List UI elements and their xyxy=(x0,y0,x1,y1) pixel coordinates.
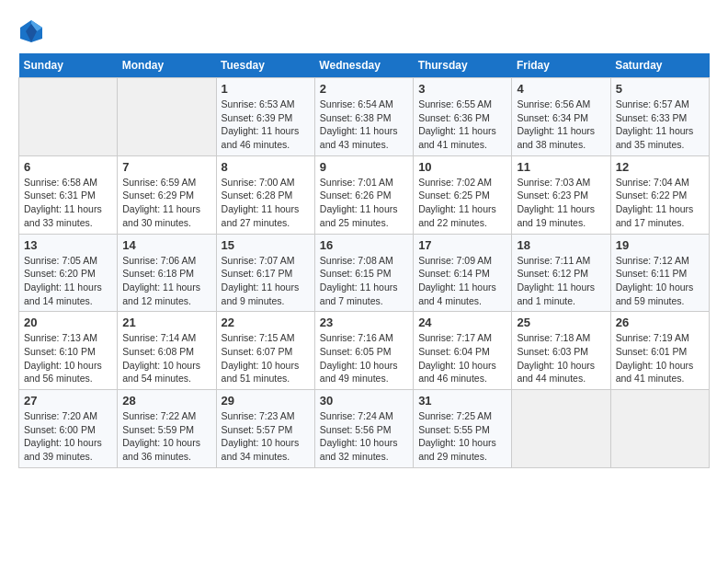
day-number: 30 xyxy=(320,394,408,408)
day-number: 22 xyxy=(222,316,310,329)
day-info: Sunrise: 7:03 AM Sunset: 6:23 PM Dayligh… xyxy=(517,176,605,230)
day-info: Sunrise: 7:22 AM Sunset: 5:59 PM Dayligh… xyxy=(122,409,210,464)
day-number: 27 xyxy=(24,394,112,408)
calendar-cell: 22Sunrise: 7:15 AM Sunset: 6:07 PM Dayli… xyxy=(216,312,314,390)
day-info: Sunrise: 7:13 AM Sunset: 6:10 PM Dayligh… xyxy=(24,331,112,385)
weekday-header: Friday xyxy=(512,53,610,78)
day-info: Sunrise: 7:12 AM Sunset: 6:11 PM Dayligh… xyxy=(616,254,704,308)
day-info: Sunrise: 7:09 AM Sunset: 6:14 PM Dayligh… xyxy=(418,254,506,308)
day-number: 5 xyxy=(616,82,704,96)
day-info: Sunrise: 7:15 AM Sunset: 6:07 PM Dayligh… xyxy=(222,331,310,385)
calendar-cell: 11Sunrise: 7:03 AM Sunset: 6:23 PM Dayli… xyxy=(512,155,610,234)
day-number: 29 xyxy=(222,394,310,408)
day-info: Sunrise: 7:02 AM Sunset: 6:25 PM Dayligh… xyxy=(418,176,506,230)
day-info: Sunrise: 6:55 AM Sunset: 6:36 PM Dayligh… xyxy=(418,98,506,152)
weekday-header: Wednesday xyxy=(314,53,413,78)
weekday-header: Monday xyxy=(118,53,216,78)
day-number: 28 xyxy=(122,394,210,408)
calendar-cell: 24Sunrise: 7:17 AM Sunset: 6:04 PM Dayli… xyxy=(414,312,512,390)
weekday-row: SundayMondayTuesdayWednesdayThursdayFrid… xyxy=(19,53,710,78)
day-number: 14 xyxy=(122,238,210,252)
day-number: 19 xyxy=(616,238,704,252)
day-info: Sunrise: 7:08 AM Sunset: 6:15 PM Dayligh… xyxy=(320,254,408,308)
calendar-cell: 19Sunrise: 7:12 AM Sunset: 6:11 PM Dayli… xyxy=(610,234,709,312)
day-number: 26 xyxy=(616,316,704,329)
day-info: Sunrise: 7:14 AM Sunset: 6:08 PM Dayligh… xyxy=(122,331,210,385)
calendar-cell: 9Sunrise: 7:01 AM Sunset: 6:26 PM Daylig… xyxy=(314,155,413,234)
calendar-cell: 5Sunrise: 6:57 AM Sunset: 6:33 PM Daylig… xyxy=(610,78,709,156)
day-number: 2 xyxy=(320,82,408,96)
calendar-week-row: 27Sunrise: 7:20 AM Sunset: 6:00 PM Dayli… xyxy=(19,390,710,468)
day-info: Sunrise: 7:23 AM Sunset: 5:57 PM Dayligh… xyxy=(222,409,310,464)
day-number: 6 xyxy=(24,160,112,174)
calendar-cell: 28Sunrise: 7:22 AM Sunset: 5:59 PM Dayli… xyxy=(118,390,216,468)
day-number: 18 xyxy=(517,238,605,252)
day-number: 7 xyxy=(122,160,210,174)
calendar-week-row: 20Sunrise: 7:13 AM Sunset: 6:10 PM Dayli… xyxy=(19,312,710,390)
calendar-cell: 1Sunrise: 6:53 AM Sunset: 6:39 PM Daylig… xyxy=(216,78,314,156)
calendar-cell: 21Sunrise: 7:14 AM Sunset: 6:08 PM Dayli… xyxy=(118,312,216,390)
day-number: 23 xyxy=(320,316,408,329)
calendar-week-row: 1Sunrise: 6:53 AM Sunset: 6:39 PM Daylig… xyxy=(19,78,710,156)
calendar-cell xyxy=(610,390,709,468)
calendar-cell: 8Sunrise: 7:00 AM Sunset: 6:28 PM Daylig… xyxy=(216,155,314,234)
day-info: Sunrise: 7:20 AM Sunset: 6:00 PM Dayligh… xyxy=(24,409,112,464)
calendar-cell: 7Sunrise: 6:59 AM Sunset: 6:29 PM Daylig… xyxy=(118,155,216,234)
day-info: Sunrise: 6:56 AM Sunset: 6:34 PM Dayligh… xyxy=(517,98,605,152)
day-number: 21 xyxy=(122,316,210,329)
calendar-cell: 4Sunrise: 6:56 AM Sunset: 6:34 PM Daylig… xyxy=(512,78,610,156)
weekday-header: Sunday xyxy=(19,53,118,78)
calendar-cell: 3Sunrise: 6:55 AM Sunset: 6:36 PM Daylig… xyxy=(414,78,512,156)
calendar-cell xyxy=(19,78,118,156)
day-info: Sunrise: 7:01 AM Sunset: 6:26 PM Dayligh… xyxy=(320,176,408,230)
calendar-cell xyxy=(512,390,610,468)
day-info: Sunrise: 7:17 AM Sunset: 6:04 PM Dayligh… xyxy=(418,331,506,385)
day-number: 24 xyxy=(418,316,506,329)
day-info: Sunrise: 7:25 AM Sunset: 5:55 PM Dayligh… xyxy=(418,409,506,464)
day-number: 8 xyxy=(222,160,310,174)
day-number: 12 xyxy=(616,160,704,174)
day-number: 15 xyxy=(222,238,310,252)
calendar-header: SundayMondayTuesdayWednesdayThursdayFrid… xyxy=(19,53,710,78)
day-info: Sunrise: 7:24 AM Sunset: 5:56 PM Dayligh… xyxy=(320,409,408,464)
calendar-cell: 30Sunrise: 7:24 AM Sunset: 5:56 PM Dayli… xyxy=(314,390,413,468)
calendar-body: 1Sunrise: 6:53 AM Sunset: 6:39 PM Daylig… xyxy=(19,78,710,468)
calendar-table: SundayMondayTuesdayWednesdayThursdayFrid… xyxy=(18,53,710,468)
page-header xyxy=(18,18,710,44)
calendar-cell: 10Sunrise: 7:02 AM Sunset: 6:25 PM Dayli… xyxy=(414,155,512,234)
day-number: 11 xyxy=(517,160,605,174)
calendar-week-row: 13Sunrise: 7:05 AM Sunset: 6:20 PM Dayli… xyxy=(19,234,710,312)
calendar-cell: 17Sunrise: 7:09 AM Sunset: 6:14 PM Dayli… xyxy=(414,234,512,312)
calendar-cell: 31Sunrise: 7:25 AM Sunset: 5:55 PM Dayli… xyxy=(414,390,512,468)
day-number: 4 xyxy=(517,82,605,96)
calendar-cell: 27Sunrise: 7:20 AM Sunset: 6:00 PM Dayli… xyxy=(19,390,118,468)
calendar-cell: 14Sunrise: 7:06 AM Sunset: 6:18 PM Dayli… xyxy=(118,234,216,312)
day-info: Sunrise: 6:58 AM Sunset: 6:31 PM Dayligh… xyxy=(24,176,112,230)
day-info: Sunrise: 7:00 AM Sunset: 6:28 PM Dayligh… xyxy=(222,176,310,230)
calendar-cell: 12Sunrise: 7:04 AM Sunset: 6:22 PM Dayli… xyxy=(610,155,709,234)
day-info: Sunrise: 7:18 AM Sunset: 6:03 PM Dayligh… xyxy=(517,331,605,385)
calendar-cell: 13Sunrise: 7:05 AM Sunset: 6:20 PM Dayli… xyxy=(19,234,118,312)
day-number: 9 xyxy=(320,160,408,174)
calendar-cell: 6Sunrise: 6:58 AM Sunset: 6:31 PM Daylig… xyxy=(19,155,118,234)
logo-icon xyxy=(18,18,44,44)
calendar-cell: 20Sunrise: 7:13 AM Sunset: 6:10 PM Dayli… xyxy=(19,312,118,390)
calendar-week-row: 6Sunrise: 6:58 AM Sunset: 6:31 PM Daylig… xyxy=(19,155,710,234)
day-info: Sunrise: 6:59 AM Sunset: 6:29 PM Dayligh… xyxy=(122,176,210,230)
day-number: 1 xyxy=(222,82,310,96)
calendar-cell: 25Sunrise: 7:18 AM Sunset: 6:03 PM Dayli… xyxy=(512,312,610,390)
calendar-cell: 15Sunrise: 7:07 AM Sunset: 6:17 PM Dayli… xyxy=(216,234,314,312)
calendar-cell: 26Sunrise: 7:19 AM Sunset: 6:01 PM Dayli… xyxy=(610,312,709,390)
day-info: Sunrise: 7:16 AM Sunset: 6:05 PM Dayligh… xyxy=(320,331,408,385)
day-number: 31 xyxy=(418,394,506,408)
calendar-cell: 16Sunrise: 7:08 AM Sunset: 6:15 PM Dayli… xyxy=(314,234,413,312)
day-info: Sunrise: 6:57 AM Sunset: 6:33 PM Dayligh… xyxy=(616,98,704,152)
day-number: 10 xyxy=(418,160,506,174)
day-number: 13 xyxy=(24,238,112,252)
day-number: 16 xyxy=(320,238,408,252)
calendar-cell: 23Sunrise: 7:16 AM Sunset: 6:05 PM Dayli… xyxy=(314,312,413,390)
day-number: 3 xyxy=(418,82,506,96)
day-info: Sunrise: 7:19 AM Sunset: 6:01 PM Dayligh… xyxy=(616,331,704,385)
calendar-cell: 29Sunrise: 7:23 AM Sunset: 5:57 PM Dayli… xyxy=(216,390,314,468)
day-info: Sunrise: 6:54 AM Sunset: 6:38 PM Dayligh… xyxy=(320,98,408,152)
